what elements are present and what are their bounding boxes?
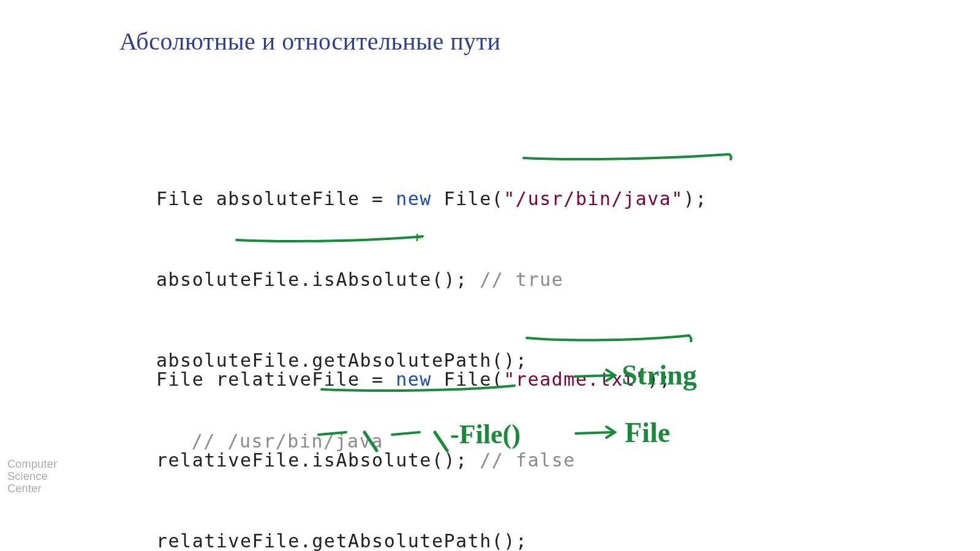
code-line: absoluteFile.isAbsolute(); // true	[156, 266, 707, 293]
logo: Computer Science Center	[7, 458, 57, 495]
logo-line: Science	[7, 470, 57, 482]
code-line: relativeFile.isAbsolute(); // false	[156, 447, 671, 474]
slide: Абсолютные и относительные пути File abs…	[0, 0, 980, 551]
code-block-relative: File relativeFile = new File("readme.txt…	[156, 312, 671, 551]
logo-line: Computer	[7, 458, 57, 470]
code-line: File relativeFile = new File("readme.txt…	[156, 366, 671, 393]
logo-line: Center	[7, 482, 57, 495]
slide-title: Абсолютные и относительные пути	[119, 27, 500, 56]
code-line: File absoluteFile = new File("/usr/bin/j…	[156, 186, 707, 212]
code-line: relativeFile.getAbsolutePath();	[156, 528, 671, 551]
